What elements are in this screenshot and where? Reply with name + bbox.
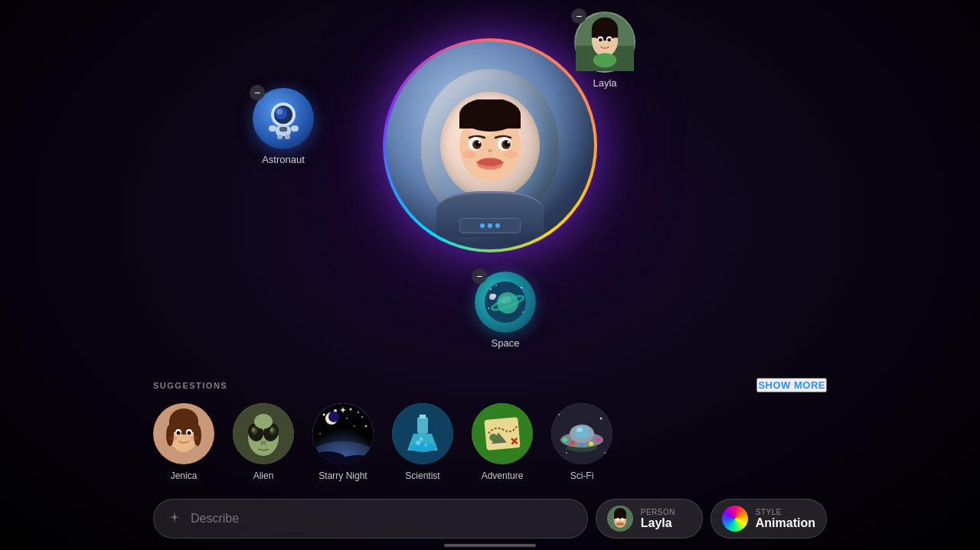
person-name: Layla bbox=[641, 516, 675, 530]
space-planet-svg bbox=[485, 282, 527, 324]
jenica-icon bbox=[153, 403, 214, 464]
svg-point-34 bbox=[607, 38, 611, 42]
suggestions-header: SUGGESTIONS SHOW MORE bbox=[153, 378, 827, 392]
svg-point-113 bbox=[173, 516, 176, 519]
svg-point-67 bbox=[260, 441, 263, 445]
floating-astronaut[interactable]: − Astronaut bbox=[253, 88, 314, 165]
describe-input[interactable]: Describe bbox=[153, 499, 588, 539]
svg-point-74 bbox=[361, 416, 363, 418]
suggestion-scifi[interactable]: Sci-Fi bbox=[551, 403, 612, 481]
adventure-label: Adventure bbox=[482, 470, 524, 481]
svg-rect-21 bbox=[269, 125, 276, 132]
svg-point-15 bbox=[504, 151, 518, 158]
svg-point-13 bbox=[478, 158, 502, 166]
astronaut-svg-icon bbox=[263, 98, 305, 140]
svg-rect-3 bbox=[459, 115, 521, 129]
scifi-label: Sci-Fi bbox=[570, 470, 594, 481]
suggestions-grid: Jenica bbox=[153, 403, 827, 481]
layla-label: Layla bbox=[593, 77, 616, 89]
svg-point-66 bbox=[270, 428, 273, 432]
svg-point-52 bbox=[194, 425, 201, 446]
svg-point-11 bbox=[508, 142, 510, 144]
suggestion-jenica[interactable]: Jenica bbox=[153, 403, 214, 481]
svg-point-109 bbox=[558, 414, 560, 415]
svg-point-103 bbox=[563, 438, 567, 442]
svg-point-40 bbox=[490, 288, 492, 290]
svg-point-43 bbox=[521, 287, 522, 288]
svg-rect-50 bbox=[169, 421, 198, 432]
svg-point-111 bbox=[566, 452, 567, 454]
svg-point-14 bbox=[462, 151, 476, 158]
svg-point-80 bbox=[354, 425, 355, 427]
sparkle-icon bbox=[166, 510, 183, 527]
svg-point-51 bbox=[166, 425, 174, 446]
person-avatar-svg bbox=[607, 506, 633, 532]
svg-rect-30 bbox=[592, 29, 618, 37]
floating-layla[interactable]: − Layla bbox=[574, 11, 635, 89]
suit-panel bbox=[459, 218, 521, 233]
alien-face-svg bbox=[233, 403, 294, 464]
scientist-icon bbox=[392, 403, 453, 464]
svg-point-76 bbox=[358, 412, 359, 413]
svg-point-68 bbox=[263, 441, 266, 445]
floating-space[interactable]: − Space bbox=[475, 272, 536, 349]
svg-rect-92 bbox=[420, 415, 426, 418]
svg-rect-23 bbox=[277, 135, 283, 139]
style-name: Animation bbox=[756, 516, 815, 530]
minus-badge-layla[interactable]: − bbox=[571, 8, 586, 24]
style-info: STYLE Animation bbox=[756, 508, 815, 530]
svg-point-35 bbox=[593, 53, 616, 67]
face-content bbox=[440, 92, 540, 199]
alien-icon bbox=[233, 403, 294, 464]
suit-light-3 bbox=[495, 223, 500, 228]
minus-badge-space[interactable]: − bbox=[472, 268, 487, 284]
svg-point-44 bbox=[522, 311, 524, 313]
astronaut-label: Astronaut bbox=[262, 154, 305, 165]
svg-point-42 bbox=[488, 308, 489, 309]
svg-point-33 bbox=[599, 38, 603, 42]
astronaut-face bbox=[406, 46, 574, 245]
svg-rect-25 bbox=[279, 127, 287, 132]
helmet-outer bbox=[421, 69, 559, 222]
svg-point-58 bbox=[190, 436, 199, 441]
show-more-button[interactable]: SHOW MORE bbox=[756, 378, 827, 392]
suggestion-starry-night[interactable]: Starry Night bbox=[312, 403, 374, 481]
minus-badge-astronaut[interactable]: − bbox=[250, 85, 265, 100]
style-button[interactable]: STYLE Animation bbox=[710, 499, 827, 539]
svg-point-41 bbox=[495, 285, 497, 286]
suit-light-1 bbox=[480, 223, 485, 228]
svg-point-57 bbox=[168, 436, 178, 441]
svg-point-82 bbox=[328, 412, 339, 422]
svg-point-65 bbox=[252, 428, 255, 432]
home-indicator bbox=[444, 544, 536, 547]
suit-light-2 bbox=[488, 223, 492, 228]
suit-bottom bbox=[436, 191, 544, 237]
suggestion-alien[interactable]: Alien bbox=[233, 403, 294, 481]
person-sublabel: PERSON bbox=[641, 508, 675, 516]
main-avatar-inner bbox=[386, 41, 594, 249]
describe-placeholder: Describe bbox=[191, 512, 239, 526]
person-button[interactable]: PERSON Layla bbox=[596, 499, 703, 539]
svg-point-112 bbox=[604, 452, 606, 454]
svg-point-93 bbox=[409, 439, 436, 451]
jenica-label: Jenica bbox=[171, 470, 198, 481]
suggestions-title: SUGGESTIONS bbox=[153, 381, 227, 390]
suggestion-adventure[interactable]: Adventure bbox=[472, 403, 533, 481]
suggestion-scientist[interactable]: Scientist bbox=[392, 403, 453, 481]
svg-point-71 bbox=[323, 414, 325, 416]
scientist-svg bbox=[392, 403, 453, 464]
main-avatar-container bbox=[379, 38, 601, 283]
starry-night-icon bbox=[312, 403, 374, 464]
svg-point-107 bbox=[596, 438, 601, 442]
person-avatar bbox=[607, 506, 633, 532]
svg-rect-22 bbox=[291, 125, 299, 132]
svg-point-69 bbox=[254, 414, 273, 429]
svg-point-56 bbox=[188, 431, 191, 435]
svg-point-119 bbox=[621, 518, 624, 521]
svg-point-120 bbox=[616, 522, 624, 526]
person-info: PERSON Layla bbox=[641, 508, 675, 530]
adventure-icon bbox=[472, 403, 533, 464]
style-sublabel: STYLE bbox=[756, 508, 815, 516]
svg-point-108 bbox=[567, 443, 597, 452]
jenica-face-svg bbox=[153, 403, 214, 464]
